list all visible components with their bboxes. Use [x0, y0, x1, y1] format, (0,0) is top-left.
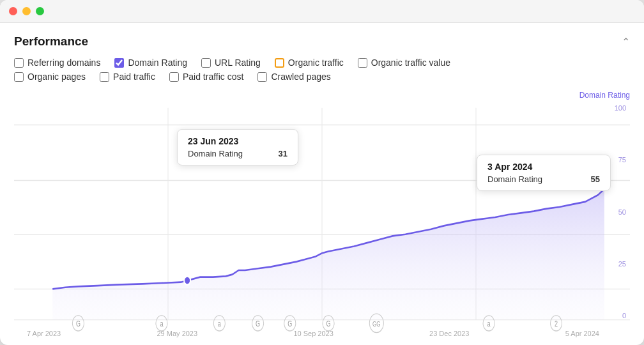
app-window: Performance ⌃ Referring domains Domain R…	[0, 0, 644, 345]
svg-text:G: G	[326, 319, 331, 328]
titlebar	[0, 0, 644, 23]
filter-referring-domains[interactable]: Referring domains	[14, 57, 100, 68]
maximize-button[interactable]	[36, 7, 44, 15]
section-title: Performance	[14, 34, 88, 49]
y-label-100: 100	[615, 105, 626, 112]
y-label-25: 25	[615, 261, 626, 268]
section-header: Performance ⌃	[14, 34, 630, 49]
referring-domains-checkbox[interactable]	[14, 58, 24, 68]
x-axis-labels: 7 Apr 2023 29 May 2023 10 Sep 2023 23 De…	[14, 330, 612, 337]
chart-series-label: Domain Rating	[579, 91, 630, 100]
svg-text:G: G	[76, 319, 80, 328]
svg-point-8	[184, 276, 190, 284]
svg-text:G: G	[288, 319, 292, 328]
svg-text:a: a	[218, 319, 221, 328]
filter-paid-traffic[interactable]: Paid traffic	[100, 72, 155, 82]
x-label-may2023: 29 May 2023	[157, 330, 198, 337]
x-label-apr2023: 7 Apr 2023	[27, 330, 61, 337]
y-label-50: 50	[615, 209, 626, 216]
x-label-sep2023: 10 Sep 2023	[293, 330, 333, 337]
svg-text:a: a	[160, 319, 163, 328]
crawled-pages-checkbox[interactable]	[257, 72, 267, 82]
x-label-dec2023: 23 Dec 2023	[429, 330, 469, 337]
y-label-75: 75	[615, 157, 626, 164]
filter-organic-pages[interactable]: Organic pages	[14, 72, 86, 82]
y-axis-labels: 100 75 50 25 0	[615, 105, 626, 319]
svg-text:G: G	[256, 319, 260, 328]
x-label-apr2024: 5 Apr 2024	[565, 330, 599, 337]
filter-crawled-pages[interactable]: Crawled pages	[257, 72, 330, 82]
filter-row-2: Organic pages Paid traffic Paid traffic …	[14, 72, 630, 82]
filter-organic-traffic[interactable]: Organic traffic	[275, 57, 344, 68]
collapse-icon[interactable]: ⌃	[622, 36, 630, 48]
minimize-button[interactable]	[22, 7, 31, 15]
svg-text:a: a	[487, 319, 491, 328]
filter-domain-rating[interactable]: Domain Rating	[114, 57, 187, 68]
filter-url-rating[interactable]: URL Rating	[201, 57, 261, 68]
y-label-0: 0	[615, 312, 626, 319]
filter-paid-traffic-cost[interactable]: Paid traffic cost	[169, 72, 243, 82]
svg-text:2: 2	[555, 319, 558, 328]
line-chart: G a a G G G GG a	[14, 91, 630, 339]
main-content: Performance ⌃ Referring domains Domain R…	[0, 23, 644, 345]
organic-traffic-checkbox-indicator	[275, 58, 284, 68]
close-button[interactable]	[9, 7, 17, 15]
organic-traffic-value-checkbox[interactable]	[358, 58, 367, 68]
svg-text:GG: GG	[372, 320, 380, 328]
filter-organic-traffic-value[interactable]: Organic traffic value	[358, 57, 450, 68]
organic-pages-checkbox[interactable]	[14, 72, 24, 82]
filter-row-1: Referring domains Domain Rating URL Rati…	[14, 57, 630, 68]
paid-traffic-checkbox[interactable]	[100, 72, 109, 82]
domain-rating-checkbox[interactable]	[114, 58, 124, 68]
paid-traffic-cost-checkbox[interactable]	[169, 72, 179, 82]
url-rating-checkbox[interactable]	[201, 58, 211, 68]
chart-container: Domain Rating	[14, 91, 630, 339]
